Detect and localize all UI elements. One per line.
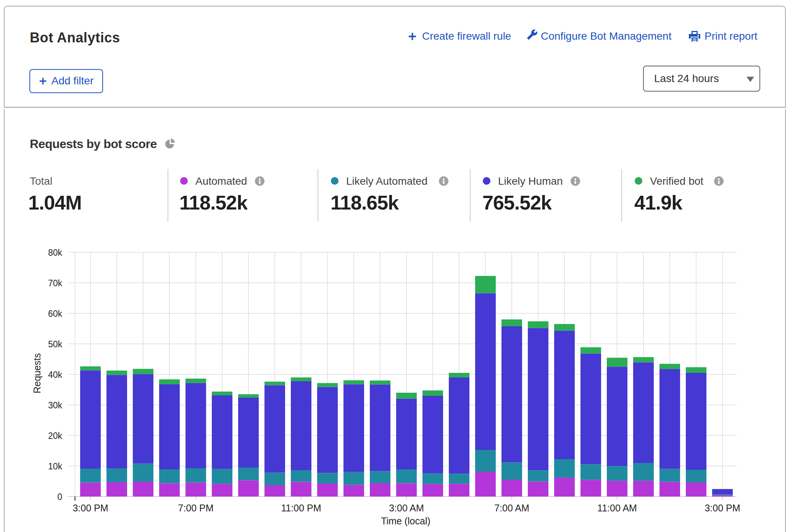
svg-text:60k: 60k xyxy=(48,309,63,319)
svg-text:11:00 AM: 11:00 AM xyxy=(597,503,637,513)
svg-text:7:00 PM: 7:00 PM xyxy=(178,503,213,513)
svg-text:30k: 30k xyxy=(48,400,63,410)
svg-text:20k: 20k xyxy=(48,431,63,441)
svg-text:0: 0 xyxy=(57,492,62,502)
svg-text:80k: 80k xyxy=(48,248,63,258)
svg-text:10k: 10k xyxy=(48,461,63,471)
svg-text:Requests: Requests xyxy=(32,353,42,393)
svg-text:7:00 AM: 7:00 AM xyxy=(494,503,529,513)
svg-text:Time (local): Time (local) xyxy=(381,516,430,526)
svg-text:3:00 PM: 3:00 PM xyxy=(705,503,740,513)
svg-text:3:00 PM: 3:00 PM xyxy=(73,503,108,513)
svg-text:40k: 40k xyxy=(48,370,63,380)
svg-text:3:00 AM: 3:00 AM xyxy=(389,503,424,513)
svg-text:70k: 70k xyxy=(48,278,63,288)
svg-text:11:00 PM: 11:00 PM xyxy=(281,503,321,513)
svg-text:50k: 50k xyxy=(48,339,63,349)
